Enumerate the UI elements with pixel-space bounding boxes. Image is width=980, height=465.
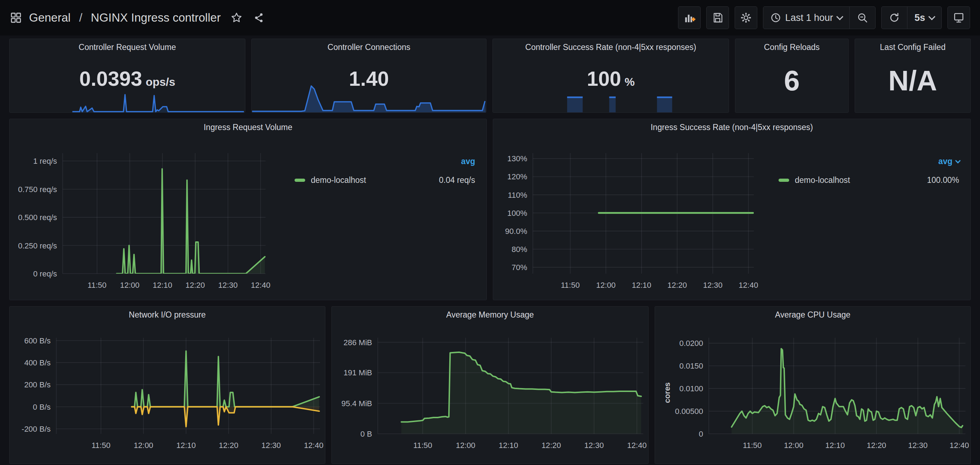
y-axis-tick-label: 0.0200 <box>679 339 703 348</box>
stat-value-wrap: N/A <box>855 54 970 112</box>
x-axis-tick-label: 12:30 <box>908 441 928 450</box>
panel-ingress-success-rate: Ingress Success Rate (non-4|5xx response… <box>493 119 971 300</box>
stat-sparkline <box>252 81 486 112</box>
dashboards-grid-icon[interactable] <box>10 12 22 24</box>
sparkline-area <box>72 94 245 112</box>
panel-title[interactable]: Network I/O pressure <box>10 307 325 321</box>
stat-sparkline <box>10 92 245 112</box>
save-dashboard-button[interactable] <box>706 6 729 29</box>
x-axis-tick-label: 12:30 <box>218 281 237 289</box>
panel-title[interactable]: Controller Request Volume <box>10 39 245 54</box>
kiosk-mode-button[interactable] <box>947 6 970 29</box>
stat-value-wrap: 6 <box>735 54 848 112</box>
dashboard-title: NGINX Ingress controller <box>91 11 221 24</box>
series-area <box>732 349 963 434</box>
breadcrumb-separator: / <box>79 11 82 24</box>
y-axis-tick-label: 110% <box>508 191 527 200</box>
x-axis-tick-label: 12:40 <box>304 441 323 450</box>
chevron-down-icon <box>836 13 843 20</box>
panel-title[interactable]: Config Reloads <box>735 39 848 54</box>
chart-body: 0 B95.4 MiB191 MiB286 MiB11:5012:0012:10… <box>332 321 648 463</box>
time-range-label: Last 1 hour <box>785 13 833 23</box>
chart-body: 0 req/s0.250 req/s0.500 req/s0.750 req/s… <box>10 134 487 300</box>
x-axis-tick-label: 12:00 <box>134 441 153 450</box>
chevron-down-icon <box>955 158 961 164</box>
x-axis-tick-label: 12:00 <box>596 281 616 289</box>
stat-value: N/A <box>888 64 937 97</box>
time-picker-group: Last 1 hour <box>763 6 875 29</box>
sparkline-line <box>252 86 485 111</box>
ingress-success-rate-chart[interactable]: 70%80%90.0%100%110%120%130%11:5012:0012:… <box>493 134 758 300</box>
zoom-out-button[interactable] <box>850 7 875 29</box>
refresh-interval-picker[interactable]: 5s <box>907 7 942 29</box>
series-line <box>132 407 319 427</box>
x-axis-tick-label: 12:20 <box>867 441 886 450</box>
x-axis-tick-label: 12:30 <box>261 441 281 450</box>
y-axis-tick-label: 0.250 req/s <box>18 241 57 250</box>
panel-title[interactable]: Average CPU Usage <box>655 307 970 321</box>
series-name[interactable]: demo-localhost <box>795 176 850 185</box>
legend-stat-header[interactable]: avg <box>758 157 970 166</box>
toolbar: Last 1 hour 5s <box>678 6 970 29</box>
star-icon[interactable] <box>231 12 242 24</box>
clock-icon <box>770 13 781 23</box>
stat-value: 100 % <box>587 67 635 90</box>
panel-title[interactable]: Controller Connections <box>252 39 486 54</box>
dashboard-settings-button[interactable] <box>735 6 757 29</box>
y-axis-tick-label: 90.0% <box>505 227 527 236</box>
y-axis-tick-label: 130% <box>508 154 527 163</box>
series-area <box>117 169 265 274</box>
x-axis-tick-label: 12:40 <box>950 441 969 450</box>
x-axis-tick-label: 12:10 <box>825 441 845 450</box>
x-axis-tick-label: 12:30 <box>584 441 604 450</box>
x-axis-tick-label: 12:40 <box>627 441 646 450</box>
share-icon[interactable] <box>253 12 264 23</box>
refresh-interval-label: 5s <box>915 13 925 23</box>
panel-ingress-request-volume: Ingress Request Volume 0 req/s0.250 req/… <box>9 119 487 300</box>
success-bar <box>657 97 672 112</box>
x-axis-tick-label: 12:00 <box>120 281 140 289</box>
refresh-group: 5s <box>881 6 942 29</box>
series-area <box>401 352 641 434</box>
y-axis-tick-label: 70% <box>512 263 527 272</box>
ingress-request-volume-chart[interactable]: 0 req/s0.250 req/s0.500 req/s0.750 req/s… <box>10 134 274 300</box>
average-memory-chart[interactable]: 0 B95.4 MiB191 MiB286 MiB11:5012:0012:10… <box>332 321 648 463</box>
x-axis-tick-label: 12:10 <box>153 281 172 289</box>
panel-last-config-failed: Last Config Failed N/A <box>855 38 971 113</box>
add-panel-button[interactable] <box>678 6 701 29</box>
series-avg-value: 100.00% <box>927 176 959 185</box>
legend-stat-header[interactable]: avg <box>274 157 487 166</box>
panel-title[interactable]: Ingress Success Rate (non-4|5xx response… <box>493 119 970 134</box>
panel-title[interactable]: Ingress Request Volume <box>10 119 487 134</box>
x-axis-tick-label: 12:00 <box>784 441 803 450</box>
y-axis-tick-label: 0.00500 <box>675 407 703 416</box>
breadcrumb-folder[interactable]: General <box>29 11 70 24</box>
x-axis-tick-label: 11:50 <box>743 441 762 450</box>
x-axis-tick-label: 12:20 <box>219 441 238 450</box>
panel-title[interactable]: Average Memory Usage <box>332 307 648 321</box>
network-io-chart[interactable]: -200 B/s0 B/s200 B/s400 B/s600 B/s11:501… <box>10 321 325 463</box>
chevron-down-icon <box>928 13 935 20</box>
stat-value: 6 <box>784 64 800 97</box>
panel-title[interactable]: Controller Success Rate (non-4|5xx respo… <box>493 39 729 54</box>
legend-row: demo-localhost 100.00% <box>758 176 970 185</box>
chart-body: 00.005000.01000.01500.020011:5012:0012:1… <box>655 321 970 463</box>
sparkline-area <box>252 86 486 112</box>
series-color-swatch <box>294 179 305 182</box>
x-axis-tick-label: 11:50 <box>413 441 432 450</box>
time-range-picker[interactable]: Last 1 hour <box>763 7 850 29</box>
y-axis-tick-label: 0 req/s <box>33 269 57 278</box>
panel-controller-request-volume: Controller Request Volume 0.0393 ops/s <box>9 38 245 113</box>
x-axis-tick-label: 12:10 <box>498 441 518 450</box>
average-cpu-chart[interactable]: 00.005000.01000.01500.020011:5012:0012:1… <box>655 321 970 463</box>
refresh-button[interactable] <box>881 7 907 29</box>
success-bar <box>567 97 583 112</box>
panel-title[interactable]: Last Config Failed <box>855 39 970 54</box>
chart-body: 70%80%90.0%100%110%120%130%11:5012:0012:… <box>493 134 970 300</box>
y-axis-tick-label: 120% <box>508 172 527 181</box>
y-axis-tick-label: 0.0100 <box>679 384 703 393</box>
panel-config-reloads: Config Reloads 6 <box>735 38 849 113</box>
series-name[interactable]: demo-localhost <box>311 176 366 185</box>
y-axis-tick-label: 0 <box>699 430 703 438</box>
stat-bars <box>493 95 728 112</box>
